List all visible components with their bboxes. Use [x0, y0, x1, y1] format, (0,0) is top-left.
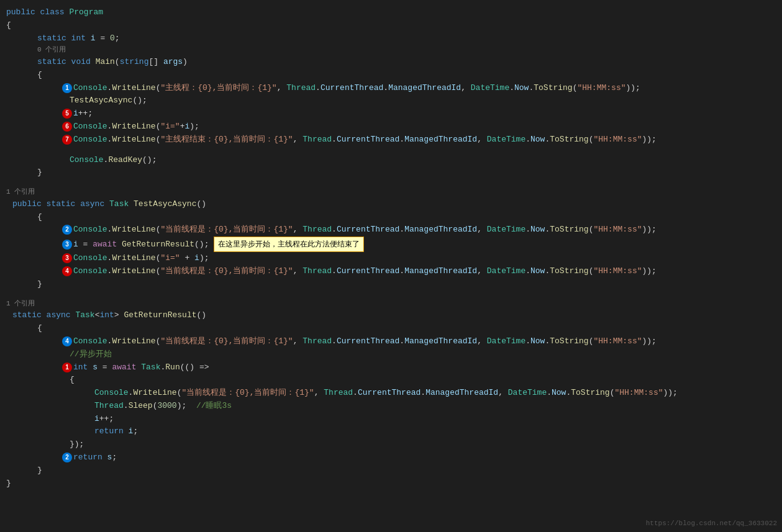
- circle-1b: 1: [62, 363, 72, 372]
- line-iinc-lambda: i++;: [0, 413, 782, 426]
- line-main-decl: static void Main(string[] args): [0, 56, 782, 69]
- line-4b-writeline: 4Console.WriteLine("当前线程是：{0},当前时间：{1}",…: [0, 335, 782, 348]
- watermark: https://blog.csdn.net/qq_3633022: [646, 520, 777, 527]
- line-close-lambda: });: [0, 438, 782, 451]
- line-open-brace-1: {: [0, 19, 782, 32]
- line-1b-taskrun: 1int s = await Task.Run(() =>: [0, 361, 782, 374]
- ref-0: 0 个引用: [0, 45, 782, 56]
- line-5-iinc: 5i++;: [0, 107, 782, 120]
- line-close-brace-main: }: [0, 166, 782, 179]
- circle-1a: 1: [62, 83, 72, 93]
- line-3b-writeline: 3Console.WriteLine("i=" + i);: [0, 252, 782, 265]
- circle-2a: 2: [62, 225, 72, 235]
- line-open-brace-main: {: [0, 69, 782, 82]
- keyword-class: class: [40, 6, 70, 19]
- ref-0-label: 0 个引用: [37, 45, 66, 56]
- line-close-brace-getreturn: }: [0, 464, 782, 477]
- line-getreturn-decl: static async Task<int> GetReturnResult(): [0, 309, 782, 322]
- line-return-i: return i;: [0, 425, 782, 438]
- line-lambda-writeline: Console.WriteLine("当前线程是：{0},当前时间：{1}", …: [0, 387, 782, 400]
- circle-3a: 3: [62, 240, 72, 250]
- line-static-int: static int i = 0;: [0, 32, 782, 45]
- line-comment-async-start: //异步开始: [0, 348, 782, 361]
- circle-2b: 2: [62, 453, 72, 462]
- line-2-writeline: 2Console.WriteLine("当前线程是：{0},当前时间：{1}",…: [0, 223, 782, 237]
- ref-1b-label: 1 个引用: [6, 299, 35, 310]
- keyword-public: public: [6, 6, 40, 19]
- line-4a-writeline: 4Console.WriteLine("当前线程是：{0},当前时间：{1}",…: [0, 265, 782, 278]
- line-1-writeline-main: 1Console.WriteLine("主线程：{0},当前时间：{1}", T…: [0, 82, 782, 95]
- line-2b-return: 2return s;: [0, 451, 782, 464]
- line-readkey: Console.ReadKey();: [0, 154, 782, 167]
- line-7-writeline: 7Console.WriteLine("主线程结束：{0},当前时间：{1}",…: [0, 133, 782, 147]
- circle-3b: 3: [62, 253, 72, 263]
- circle-7: 7: [62, 135, 72, 145]
- line-class-header: public class Program: [0, 6, 782, 19]
- class-name: Program: [69, 6, 103, 19]
- circle-6: 6: [62, 122, 72, 132]
- circle-4b: 4: [62, 336, 72, 346]
- line-open-brace-testasync: {: [0, 211, 782, 224]
- tooltip-async: 在这里异步开始，主线程在此方法便结束了: [214, 237, 364, 252]
- line-thread-sleep: Thread.Sleep(3000); //睡眠3s: [0, 400, 782, 413]
- line-6-writeline: 6Console.WriteLine("i="+i);: [0, 120, 782, 133]
- line-open-brace-lambda: {: [0, 374, 782, 387]
- circle-5: 5: [62, 109, 72, 119]
- ref-1a: 1 个引用: [0, 187, 782, 198]
- ref-1a-label: 1 个引用: [6, 187, 35, 198]
- ref-1b: 1 个引用: [0, 299, 782, 310]
- line-close-brace-class: }: [0, 477, 782, 490]
- line-testasync-call: TestAsycAsync();: [0, 94, 782, 107]
- line-close-brace-testasync: }: [0, 278, 782, 291]
- circle-4a: 4: [62, 266, 72, 276]
- line-open-brace-getreturn: {: [0, 322, 782, 335]
- line-3-await: 3i = await GetReturnResult(); 在这里异步开始，主线…: [0, 237, 782, 252]
- code-container: public class Program { static int i = 0;…: [0, 0, 782, 532]
- line-testasync-decl: public static async Task TestAsycAsync(): [0, 198, 782, 211]
